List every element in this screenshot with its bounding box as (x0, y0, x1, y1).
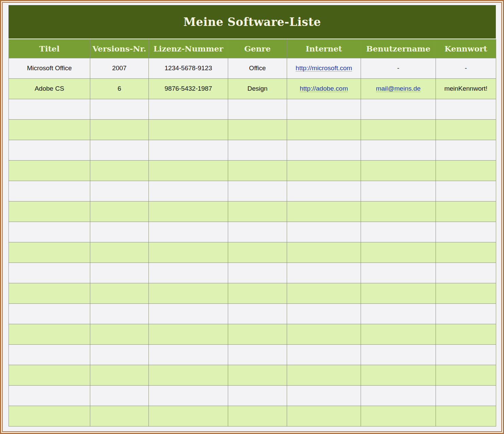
cell-versions-nr[interactable] (90, 222, 149, 242)
cell-lizenz-nummer[interactable]: 9876-5432-1987 (149, 78, 228, 99)
cell-versions-nr[interactable] (90, 385, 149, 406)
cell-internet[interactable] (287, 201, 361, 222)
cell-versions-nr[interactable] (90, 140, 149, 160)
cell-lizenz-nummer[interactable] (149, 344, 228, 365)
cell-link[interactable]: http://microsoft.com (296, 64, 352, 72)
cell-kennwort[interactable] (436, 140, 496, 160)
cell-kennwort[interactable] (436, 119, 496, 140)
cell-kennwort[interactable] (436, 324, 496, 344)
cell-internet[interactable] (287, 140, 361, 160)
cell-lizenz-nummer[interactable] (149, 160, 228, 181)
cell-link[interactable]: http://adobe.com (300, 85, 348, 92)
cell-benutzername[interactable] (361, 201, 436, 222)
cell-benutzername[interactable]: - (361, 58, 436, 78)
cell-kennwort[interactable] (436, 344, 496, 365)
cell-titel[interactable]: Adobe CS (9, 78, 90, 99)
cell-titel[interactable] (9, 99, 90, 119)
cell-lizenz-nummer[interactable] (149, 406, 228, 426)
cell-internet[interactable] (287, 263, 361, 283)
cell-versions-nr[interactable] (90, 324, 149, 344)
cell-kennwort[interactable] (436, 365, 496, 385)
cell-benutzername[interactable]: mail@meins.de (361, 78, 436, 99)
cell-internet[interactable]: http://adobe.com (287, 78, 361, 99)
cell-lizenz-nummer[interactable] (149, 324, 228, 344)
cell-kennwort[interactable] (436, 303, 496, 324)
cell-kennwort[interactable]: meinKennwort! (436, 78, 496, 99)
cell-titel[interactable] (9, 263, 90, 283)
cell-titel[interactable] (9, 140, 90, 160)
cell-versions-nr[interactable] (90, 263, 149, 283)
cell-internet[interactable] (287, 242, 361, 263)
cell-lizenz-nummer[interactable] (149, 181, 228, 201)
cell-lizenz-nummer[interactable] (149, 242, 228, 263)
cell-lizenz-nummer[interactable] (149, 283, 228, 303)
cell-titel[interactable] (9, 385, 90, 406)
cell-benutzername[interactable] (361, 303, 436, 324)
cell-versions-nr[interactable] (90, 160, 149, 181)
cell-benutzername[interactable] (361, 263, 436, 283)
cell-kennwort[interactable] (436, 160, 496, 181)
cell-genre[interactable] (228, 344, 287, 365)
cell-versions-nr[interactable]: 6 (90, 78, 149, 99)
cell-genre[interactable] (228, 140, 287, 160)
cell-titel[interactable] (9, 324, 90, 344)
cell-internet[interactable] (287, 119, 361, 140)
cell-genre[interactable] (228, 406, 287, 426)
cell-genre[interactable]: Design (228, 78, 287, 99)
cell-lizenz-nummer[interactable] (149, 385, 228, 406)
cell-lizenz-nummer[interactable] (149, 119, 228, 140)
cell-lizenz-nummer[interactable] (149, 140, 228, 160)
cell-benutzername[interactable] (361, 222, 436, 242)
cell-internet[interactable] (287, 99, 361, 119)
cell-genre[interactable] (228, 385, 287, 406)
cell-internet[interactable] (287, 160, 361, 181)
cell-genre[interactable] (228, 181, 287, 201)
cell-genre[interactable] (228, 242, 287, 263)
cell-versions-nr[interactable] (90, 201, 149, 222)
cell-versions-nr[interactable] (90, 99, 149, 119)
cell-kennwort[interactable] (436, 283, 496, 303)
cell-titel[interactable] (9, 283, 90, 303)
cell-benutzername[interactable] (361, 385, 436, 406)
cell-kennwort[interactable] (436, 181, 496, 201)
cell-titel[interactable] (9, 365, 90, 385)
cell-internet[interactable] (287, 222, 361, 242)
cell-titel[interactable] (9, 242, 90, 263)
cell-titel[interactable] (9, 160, 90, 181)
cell-genre[interactable] (228, 222, 287, 242)
cell-internet[interactable] (287, 181, 361, 201)
cell-kennwort[interactable] (436, 222, 496, 242)
cell-versions-nr[interactable] (90, 283, 149, 303)
cell-titel[interactable] (9, 344, 90, 365)
cell-lizenz-nummer[interactable] (149, 99, 228, 119)
cell-benutzername[interactable] (361, 365, 436, 385)
cell-titel[interactable] (9, 222, 90, 242)
cell-lizenz-nummer[interactable] (149, 222, 228, 242)
cell-internet[interactable]: http://microsoft.com (287, 58, 361, 78)
cell-internet[interactable] (287, 324, 361, 344)
cell-titel[interactable] (9, 201, 90, 222)
cell-kennwort[interactable] (436, 201, 496, 222)
cell-genre[interactable] (228, 263, 287, 283)
cell-internet[interactable] (287, 303, 361, 324)
cell-genre[interactable] (228, 99, 287, 119)
cell-internet[interactable] (287, 344, 361, 365)
cell-internet[interactable] (287, 385, 361, 406)
cell-versions-nr[interactable] (90, 365, 149, 385)
cell-versions-nr[interactable]: 2007 (90, 58, 149, 78)
cell-benutzername[interactable] (361, 119, 436, 140)
cell-genre[interactable] (228, 201, 287, 222)
cell-versions-nr[interactable] (90, 406, 149, 426)
cell-genre[interactable] (228, 324, 287, 344)
cell-benutzername[interactable] (361, 283, 436, 303)
cell-genre[interactable] (228, 283, 287, 303)
cell-internet[interactable] (287, 283, 361, 303)
cell-link[interactable]: mail@meins.de (376, 85, 421, 92)
cell-versions-nr[interactable] (90, 303, 149, 324)
cell-benutzername[interactable] (361, 181, 436, 201)
cell-genre[interactable] (228, 119, 287, 140)
cell-kennwort[interactable] (436, 406, 496, 426)
cell-benutzername[interactable] (361, 160, 436, 181)
cell-titel[interactable] (9, 406, 90, 426)
cell-genre[interactable] (228, 365, 287, 385)
